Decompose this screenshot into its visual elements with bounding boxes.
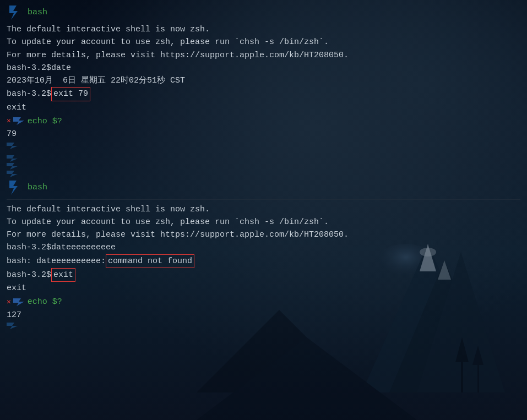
exit-output-2: exit bbox=[7, 282, 520, 294]
echo-output-2: 127 bbox=[7, 309, 520, 321]
prompt-text-1: bash-3.2$ bbox=[7, 62, 51, 74]
info-line3-1: For more details, please visit https://s… bbox=[7, 49, 520, 62]
cmd-exit-highlight: exit bbox=[51, 268, 75, 282]
prompt-text-3: bash-3.2$ bbox=[7, 241, 51, 254]
prompt-arrow-icon-2 bbox=[13, 297, 25, 307]
svg-marker-21 bbox=[7, 323, 18, 329]
red-x-icon-1: ✕ bbox=[7, 116, 11, 127]
cmd-exit79-highlight: exit 79 bbox=[51, 87, 90, 101]
bash-icon-1 bbox=[7, 4, 23, 21]
info-line3-3: For more details, please visit https://s… bbox=[7, 228, 520, 241]
tilde-group-2 bbox=[7, 321, 520, 335]
prompt-text-4: bash-3.2$ bbox=[7, 269, 51, 281]
prompt-arrow-icon-1 bbox=[13, 116, 25, 126]
echo-prompt-1: ✕ echo $? bbox=[7, 115, 520, 128]
error-prefix: bash: dateeeeeeeeee: bbox=[7, 255, 106, 268]
error-line: bash: dateeeeeeeeee: command not found bbox=[7, 254, 520, 268]
svg-rect-11 bbox=[477, 362, 479, 392]
prompt-exit-2: bash-3.2$ exit bbox=[7, 268, 520, 282]
date-output: 2023年10月 6日 星期五 22时02分51秒 CST bbox=[7, 74, 520, 87]
tilde-icon-1 bbox=[7, 141, 23, 150]
echo-cmd-1: echo $? bbox=[28, 115, 62, 128]
prompt-exit79: bash-3.2$ exit 79 bbox=[7, 87, 520, 101]
red-x-icon-2: ✕ bbox=[7, 297, 11, 308]
tilde-icon-5 bbox=[7, 321, 23, 330]
svg-marker-14 bbox=[13, 117, 24, 125]
bash-header-2: bash bbox=[7, 179, 520, 196]
info-line1-3: The default interactive shell is now zsh… bbox=[7, 203, 520, 216]
svg-marker-20 bbox=[13, 298, 24, 306]
prompt-text-2: bash-3.2$ bbox=[7, 88, 51, 100]
svg-marker-13 bbox=[9, 6, 18, 20]
cmd-dateeeee: dateeeeeeeeee bbox=[51, 241, 116, 254]
info-line2-1: To update your account to use zsh, pleas… bbox=[7, 36, 520, 48]
error-highlight: command not found bbox=[106, 254, 194, 268]
echo-output-1: 79 bbox=[7, 128, 520, 140]
prompt-date: bash-3.2$ date bbox=[7, 62, 520, 74]
bash-label-1: bash bbox=[28, 6, 47, 19]
svg-marker-17 bbox=[7, 163, 18, 170]
bash-header-1: bash bbox=[7, 4, 520, 21]
info-line1-1: The default interactive shell is now zsh… bbox=[7, 23, 520, 36]
bash-label-2: bash bbox=[28, 181, 47, 194]
echo-prompt-2: ✕ echo $? bbox=[7, 296, 520, 308]
svg-marker-19 bbox=[9, 181, 18, 195]
cmd-date: date bbox=[51, 62, 71, 74]
tilde-icon-4 bbox=[7, 170, 23, 178]
svg-marker-16 bbox=[7, 155, 18, 162]
section-divider bbox=[7, 199, 520, 200]
info-line2-3: To update your account to use zsh, pleas… bbox=[7, 216, 520, 228]
echo-cmd-2: echo $? bbox=[28, 296, 62, 308]
svg-marker-15 bbox=[7, 143, 18, 149]
tilde-group-1 bbox=[7, 141, 520, 178]
prompt-dateeeee: bash-3.2$ dateeeeeeeeee bbox=[7, 241, 520, 254]
bash-icon-2 bbox=[7, 179, 23, 196]
svg-marker-18 bbox=[7, 171, 18, 177]
exit-output-1: exit bbox=[7, 101, 520, 114]
echo-section-2: ✕ echo $? 127 bbox=[7, 296, 520, 321]
